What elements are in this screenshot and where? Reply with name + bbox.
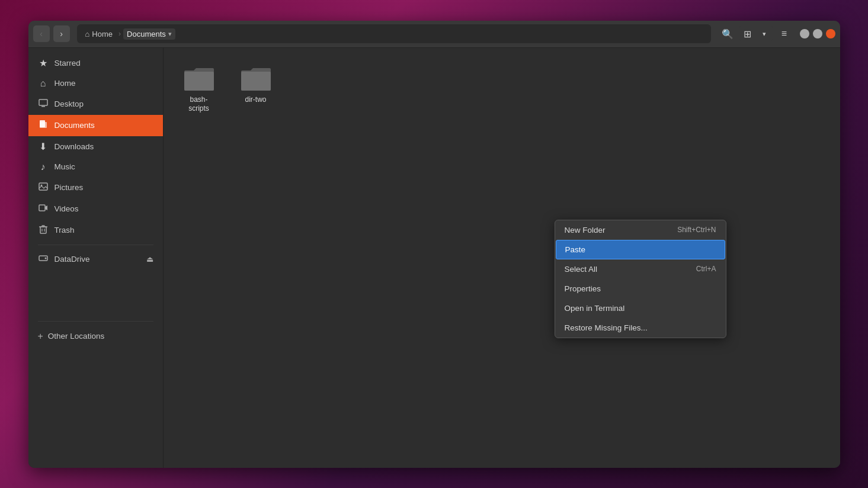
ctx-shortcut-new-folder: Shift+Ctrl+N [677, 226, 716, 234]
sidebar-item-documents-label: Documents [55, 121, 95, 130]
file-label-dir-two: dir-two [245, 95, 266, 105]
sidebar-item-desktop-label: Desktop [55, 99, 84, 108]
documents-icon [38, 120, 49, 131]
sidebar-other-locations-label: Other Locations [48, 332, 104, 341]
breadcrumb-home[interactable]: ⌂ Home [82, 28, 117, 40]
sidebar-item-trash[interactable]: Trash [28, 220, 163, 241]
breadcrumb-current-folder[interactable]: Documents ▾ [123, 28, 175, 40]
breadcrumb-dropdown-icon: ▾ [168, 30, 172, 38]
sidebar-item-pictures-label: Pictures [55, 183, 84, 192]
ctx-shortcut-select-all: Ctrl+A [696, 265, 716, 273]
file-manager-window: ‹ › ⌂ Home › Documents ▾ 🔍 ⊞ [28, 21, 840, 468]
minimize-button[interactable]: – [800, 29, 809, 38]
breadcrumb-home-label: Home [92, 30, 113, 38]
svg-rect-6 [39, 205, 45, 211]
file-item-bash-scripts[interactable]: bash-scripts [175, 60, 223, 118]
sidebar-divider-1 [38, 245, 153, 245]
ctx-item-new-folder[interactable]: New Folder Shift+Ctrl+N [555, 220, 726, 240]
svg-rect-1 [41, 106, 45, 107]
sidebar-item-desktop[interactable]: Desktop [28, 94, 163, 115]
file-area[interactable]: bash-scripts dir-two New F [164, 48, 840, 468]
sidebar-item-pictures[interactable]: Pictures [28, 177, 163, 198]
ctx-label-properties: Properties [565, 284, 601, 293]
close-button[interactable]: ✕ [826, 29, 835, 38]
back-icon: ‹ [40, 29, 43, 38]
sidebar-item-home[interactable]: ⌂ Home [28, 73, 163, 94]
sidebar-item-datadrive-label: DataDrive [55, 255, 90, 264]
ctx-item-restore-missing[interactable]: Restore Missing Files... [555, 318, 726, 338]
videos-icon [38, 203, 49, 215]
svg-rect-0 [39, 99, 47, 105]
breadcrumb: ⌂ Home › Documents ▾ [77, 24, 711, 43]
view-grid-icon: ⊞ [744, 28, 751, 40]
context-menu: New Folder Shift+Ctrl+N Paste Select All… [555, 220, 726, 338]
sidebar-divider-2 [38, 321, 153, 322]
other-locations-plus-icon: + [38, 331, 43, 342]
downloads-icon: ⬇ [38, 141, 49, 152]
view-grid-button[interactable]: ⊞ [739, 25, 756, 42]
ctx-item-select-all[interactable]: Select All Ctrl+A [555, 259, 726, 279]
sidebar-item-trash-label: Trash [55, 226, 75, 235]
sidebar-item-downloads[interactable]: ⬇ Downloads [28, 136, 163, 157]
sidebar-item-videos-label: Videos [55, 204, 79, 213]
svg-point-9 [44, 257, 46, 259]
ctx-label-restore-missing: Restore Missing Files... [565, 323, 648, 332]
titlebar: ‹ › ⌂ Home › Documents ▾ 🔍 ⊞ [28, 21, 840, 48]
eject-icon[interactable]: ⏏ [146, 255, 153, 264]
sidebar-item-downloads-label: Downloads [55, 142, 94, 151]
main-content: ★ Starred ⌂ Home Desktop [28, 48, 840, 468]
home-sidebar-icon: ⌂ [38, 78, 49, 89]
desktop-icon [38, 98, 49, 110]
folder-icon-bash-scripts [183, 65, 215, 92]
forward-button[interactable]: › [53, 25, 70, 42]
sidebar-item-music-label: Music [55, 162, 75, 171]
datadrive-icon [38, 253, 49, 265]
file-grid: bash-scripts dir-two [175, 60, 828, 118]
svg-rect-7 [40, 227, 46, 233]
sidebar-item-datadrive[interactable]: DataDrive ⏏ [28, 249, 163, 270]
sidebar-item-videos[interactable]: Videos [28, 198, 163, 220]
back-button[interactable]: ‹ [33, 25, 50, 42]
sidebar-item-starred[interactable]: ★ Starred [28, 53, 163, 73]
file-item-dir-two[interactable]: dir-two [232, 60, 280, 118]
ctx-label-open-terminal: Open in Terminal [565, 304, 625, 313]
breadcrumb-current-label: Documents [127, 30, 166, 38]
sidebar-item-music[interactable]: ♪ Music [28, 157, 163, 177]
music-icon: ♪ [38, 162, 49, 172]
svg-rect-4 [39, 183, 47, 190]
ctx-item-properties[interactable]: Properties [555, 279, 726, 298]
view-arrow-icon: ▾ [763, 30, 766, 38]
folder-icon-dir-two [240, 65, 272, 92]
pictures-icon [38, 182, 49, 194]
sidebar-item-documents[interactable]: Documents [28, 115, 163, 136]
menu-icon: ≡ [781, 28, 787, 39]
search-button[interactable]: 🔍 [718, 24, 737, 43]
search-icon: 🔍 [722, 28, 734, 40]
sidebar-item-home-label: Home [55, 79, 76, 88]
maximize-button[interactable]: □ [813, 29, 822, 38]
ctx-label-paste: Paste [565, 245, 586, 254]
view-toggle-arrow[interactable]: ▾ [756, 25, 773, 42]
svg-rect-3 [40, 122, 47, 128]
sidebar: ★ Starred ⌂ Home Desktop [28, 48, 164, 468]
sidebar-item-other-locations[interactable]: + Other Locations [28, 325, 163, 348]
menu-button[interactable]: ≡ [775, 24, 794, 43]
ctx-label-select-all: Select All [565, 265, 598, 274]
file-label-bash-scripts: bash-scripts [188, 95, 209, 114]
ctx-label-new-folder: New Folder [565, 226, 606, 235]
view-toggle: ⊞ ▾ [739, 25, 773, 42]
trash-icon [38, 224, 49, 236]
ctx-item-open-terminal[interactable]: Open in Terminal [555, 298, 726, 318]
starred-icon: ★ [38, 57, 49, 69]
home-icon: ⌂ [85, 30, 90, 38]
toolbar-right: 🔍 ⊞ ▾ ≡ [718, 24, 794, 43]
ctx-item-paste[interactable]: Paste [556, 240, 725, 259]
sidebar-item-starred-label: Starred [55, 59, 81, 68]
forward-icon: › [60, 29, 63, 38]
breadcrumb-separator: › [118, 30, 121, 38]
window-controls: – □ ✕ [800, 29, 835, 38]
